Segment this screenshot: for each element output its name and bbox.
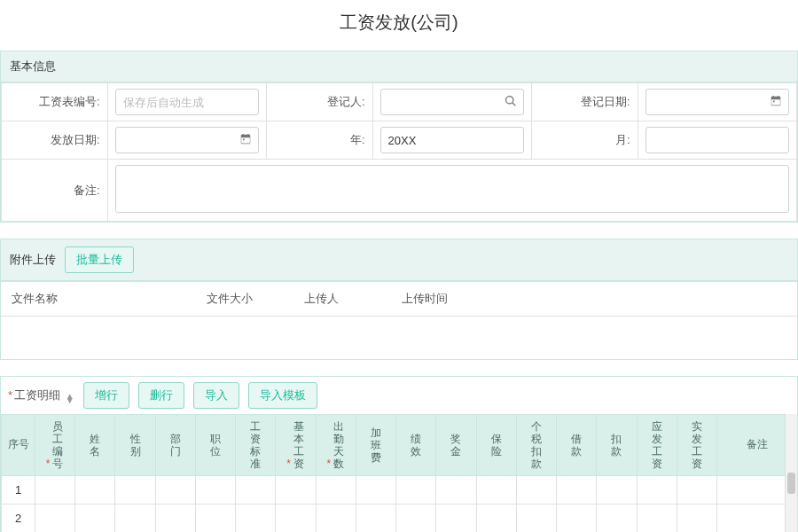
sheet-no-input[interactable]: [115, 89, 259, 115]
cell-ins[interactable]: [476, 475, 516, 504]
cell-seq[interactable]: 1: [2, 475, 35, 504]
grid-col-dept: 部门: [155, 414, 195, 475]
grid-col-loan: 借款: [557, 414, 597, 475]
cell-tax[interactable]: [516, 504, 556, 532]
cell-net[interactable]: [677, 504, 716, 532]
cell-position[interactable]: [195, 475, 235, 504]
grid-col-ot: 加班费: [356, 414, 395, 475]
cell-perf[interactable]: [396, 504, 436, 532]
attachments-empty: [1, 317, 797, 359]
cell-position[interactable]: [195, 504, 235, 532]
att-col-time: 上传时间: [391, 282, 797, 317]
cell-gender[interactable]: [115, 504, 155, 532]
grid-col-std: 工资标准: [236, 414, 276, 475]
reg-date-label: 登记日期:: [531, 83, 638, 121]
registrar-input[interactable]: [380, 89, 524, 115]
month-input[interactable]: [645, 127, 789, 153]
del-row-button[interactable]: 删行: [138, 382, 184, 409]
cell-bonus[interactable]: [436, 475, 476, 504]
batch-upload-button[interactable]: 批量上传: [65, 246, 134, 273]
remark-input[interactable]: [115, 165, 789, 213]
month-label: 月:: [531, 121, 638, 160]
cell-perf[interactable]: [396, 475, 436, 504]
cell-std[interactable]: [236, 475, 276, 504]
att-col-name: 文件名称: [1, 282, 196, 317]
grid-col-gross: 应发工资: [637, 414, 677, 475]
cell-dept[interactable]: [155, 504, 195, 532]
grid-col-deduct: 扣款: [597, 414, 637, 475]
cell-days[interactable]: [316, 504, 356, 532]
detail-toolbar: *工资明细 ▲▼ 增行 删行 导入 导入模板: [1, 377, 797, 414]
cell-bonus[interactable]: [436, 504, 476, 532]
attachments-title: 附件上传: [10, 252, 56, 268]
grid-col-net: 实发工资: [677, 414, 716, 475]
basic-info-panel: 基本信息 工资表编号: 登记人: 登记日期:: [0, 51, 798, 223]
cell-net[interactable]: [677, 475, 716, 504]
grid-col-base: *基本工资: [276, 414, 316, 475]
pay-date-input[interactable]: [115, 127, 259, 153]
cell-tax[interactable]: [516, 475, 556, 504]
scrollbar[interactable]: [785, 414, 797, 533]
attachments-table: 文件名称 文件大小 上传人 上传时间: [1, 281, 797, 359]
cell-base[interactable]: [276, 504, 316, 532]
cell-deduct[interactable]: [597, 504, 637, 532]
grid-col-name: 姓名: [75, 414, 115, 475]
attachments-header: 附件上传 批量上传: [1, 239, 797, 281]
import-button[interactable]: 导入: [193, 382, 239, 409]
grid-col-seq: 序号: [2, 414, 35, 475]
cell-days[interactable]: [316, 475, 356, 504]
cell-gender[interactable]: [115, 475, 155, 504]
basic-info-header: 基本信息: [1, 51, 797, 82]
cell-name[interactable]: [75, 475, 115, 504]
cell-dept[interactable]: [155, 475, 195, 504]
remark-label: 备注:: [2, 160, 108, 222]
detail-label: *工资明细 ▲▼: [8, 387, 74, 403]
cell-loan[interactable]: [557, 504, 597, 532]
page-title: 工资发放(公司): [0, 0, 798, 51]
cell-ot[interactable]: [356, 475, 395, 504]
grid-col-perf: 绩效: [396, 414, 436, 475]
sort-icon[interactable]: ▲▼: [66, 394, 74, 403]
cell-emp_no[interactable]: [35, 475, 75, 504]
cell-ot[interactable]: [356, 504, 395, 532]
cell-base[interactable]: [276, 475, 316, 504]
table-row[interactable]: 1: [2, 475, 797, 504]
pay-date-label: 发放日期:: [2, 121, 108, 160]
reg-date-input[interactable]: [645, 89, 789, 115]
cell-seq[interactable]: 2: [2, 504, 35, 532]
cell-name[interactable]: [75, 504, 115, 532]
scrollbar-thumb[interactable]: [787, 473, 795, 494]
sheet-no-label: 工资表编号:: [2, 83, 108, 121]
cell-loan[interactable]: [557, 475, 597, 504]
att-col-size: 文件大小: [196, 282, 293, 317]
grid-col-position: 职位: [195, 414, 235, 475]
year-input[interactable]: [380, 127, 524, 153]
cell-gross[interactable]: [637, 475, 677, 504]
table-row[interactable]: 2: [2, 504, 797, 532]
cell-deduct[interactable]: [597, 475, 637, 504]
detail-panel: *工资明细 ▲▼ 增行 删行 导入 导入模板 序号*员工编号姓名性别部门职位工资…: [0, 376, 798, 533]
grid-col-days: *出勤天数: [316, 414, 356, 475]
cell-gross[interactable]: [637, 504, 677, 532]
cell-emp_no[interactable]: [35, 504, 75, 532]
grid-col-emp_no: *员工编号: [35, 414, 75, 475]
cell-std[interactable]: [236, 504, 276, 532]
import-tpl-button[interactable]: 导入模板: [248, 382, 317, 409]
cell-ins[interactable]: [476, 504, 516, 532]
attachments-panel: 附件上传 批量上传 文件名称 文件大小 上传人 上传时间: [0, 239, 798, 360]
grid-col-bonus: 奖金: [436, 414, 476, 475]
detail-grid: 序号*员工编号姓名性别部门职位工资标准*基本工资*出勤天数加班费绩效奖金保险个税…: [1, 414, 797, 533]
registrar-label: 登记人:: [266, 83, 372, 121]
add-row-button[interactable]: 增行: [83, 382, 129, 409]
att-col-uploader: 上传人: [293, 282, 391, 317]
year-label: 年:: [266, 121, 372, 160]
grid-col-tax: 个税扣款: [516, 414, 556, 475]
grid-col-gender: 性别: [115, 414, 155, 475]
grid-col-ins: 保险: [476, 414, 516, 475]
basic-form: 工资表编号: 登记人: 登记日期:: [1, 82, 797, 222]
